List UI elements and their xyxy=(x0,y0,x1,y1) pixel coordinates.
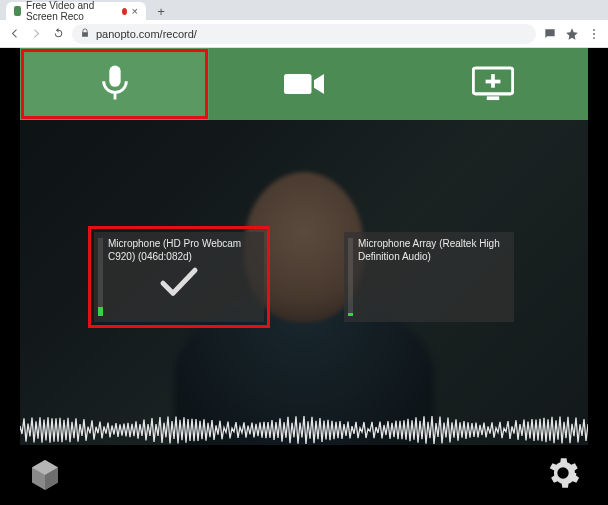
svg-rect-5 xyxy=(487,96,499,100)
star-icon xyxy=(565,27,579,41)
gear-icon xyxy=(546,456,580,490)
camera-icon xyxy=(284,69,324,99)
logo-icon xyxy=(28,458,62,492)
waveform-icon xyxy=(20,415,588,445)
browser-tab[interactable]: Free Video and Screen Reco × xyxy=(6,2,146,20)
arrow-right-icon xyxy=(30,27,43,40)
svg-rect-3 xyxy=(284,74,312,94)
video-preview: Microphone (HD Pro Webcam C920) (046d:08… xyxy=(20,120,588,445)
omnibox[interactable]: panopto.com/record/ xyxy=(72,24,536,44)
tab-screen[interactable] xyxy=(399,48,588,120)
browser-tab-strip: Free Video and Screen Reco × + xyxy=(0,0,608,20)
svg-point-0 xyxy=(593,28,595,30)
bottom-bar xyxy=(20,445,588,505)
device-card[interactable]: Microphone (HD Pro Webcam C920) (046d:08… xyxy=(94,232,264,322)
menu-button[interactable] xyxy=(586,26,602,42)
arrow-left-icon xyxy=(8,27,21,40)
url-text: panopto.com/record/ xyxy=(96,28,197,40)
close-icon[interactable]: × xyxy=(132,5,138,17)
screen-plus-icon xyxy=(472,66,514,102)
device-card[interactable]: Microphone Array (Realtek High Definitio… xyxy=(344,232,514,322)
address-bar: panopto.com/record/ xyxy=(0,20,608,48)
chat-icon xyxy=(543,27,557,41)
favicon-icon xyxy=(14,6,21,16)
device-option: Microphone Array (Realtek High Definitio… xyxy=(344,232,514,322)
svg-rect-7 xyxy=(486,80,501,84)
settings-button[interactable] xyxy=(546,456,580,494)
lock-icon xyxy=(80,28,90,40)
device-list: Microphone (HD Pro Webcam C920) (046d:08… xyxy=(20,232,588,322)
tab-title: Free Video and Screen Reco xyxy=(26,0,117,22)
device-label: Microphone (HD Pro Webcam C920) (046d:08… xyxy=(108,238,256,263)
audio-level-meter xyxy=(348,238,353,316)
reload-icon xyxy=(52,27,65,40)
bookmark-button[interactable] xyxy=(564,26,580,42)
panopto-logo xyxy=(28,458,62,492)
share-button[interactable] xyxy=(542,26,558,42)
device-label: Microphone Array (Realtek High Definitio… xyxy=(358,238,506,263)
kebab-icon xyxy=(587,27,601,41)
device-option-selected: Microphone (HD Pro Webcam C920) (046d:08… xyxy=(94,232,264,322)
microphone-icon xyxy=(98,64,132,104)
reload-button[interactable] xyxy=(50,26,66,42)
audio-level-meter xyxy=(98,238,103,316)
back-button[interactable] xyxy=(6,26,22,42)
audio-waveform xyxy=(20,415,588,445)
source-tabs xyxy=(20,48,588,120)
svg-point-1 xyxy=(593,33,595,35)
new-tab-button[interactable]: + xyxy=(152,2,170,20)
tab-video[interactable] xyxy=(209,48,398,120)
check-icon xyxy=(159,266,199,302)
recorder-app: Microphone (HD Pro Webcam C920) (046d:08… xyxy=(0,48,608,505)
recording-indicator-icon xyxy=(122,8,127,15)
forward-button xyxy=(28,26,44,42)
tab-audio[interactable] xyxy=(20,48,209,120)
svg-point-2 xyxy=(593,37,595,39)
